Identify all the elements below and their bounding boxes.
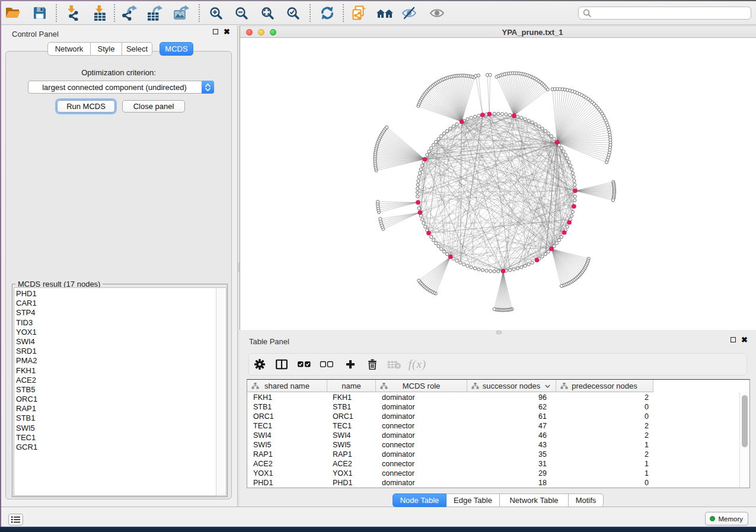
zoom-out-icon[interactable]	[235, 6, 248, 20]
close-icon[interactable]: ✖	[741, 337, 748, 342]
desktop-edge-bottom	[0, 527, 756, 532]
table-row[interactable]: TEC1TEC1connector472	[247, 421, 739, 431]
column-header-label: MCDS role	[376, 382, 467, 390]
show-all-icon[interactable]	[429, 7, 446, 20]
tab-edge-table[interactable]: Edge Table	[446, 493, 500, 507]
tab-node-table[interactable]: Node Table	[393, 493, 446, 507]
table-row[interactable]: PHD1PHD1dominator180	[247, 478, 739, 488]
table-scrollbar[interactable]	[739, 392, 749, 488]
table-cell: PHD1	[247, 478, 327, 488]
control-panel-selected-tab-group: MCDS	[160, 42, 193, 56]
table-row[interactable]: SWI4SWI4dominator462	[247, 431, 739, 440]
table-cell: 0	[556, 478, 653, 488]
apply-layout-icon[interactable]	[320, 6, 334, 20]
memory-label: Memory	[718, 515, 743, 523]
memory-button[interactable]: Memory	[705, 512, 748, 525]
close-icon[interactable]: ✖	[224, 29, 230, 34]
table-cell: connector	[376, 421, 467, 431]
mcds-result-item[interactable]: TID3	[16, 318, 216, 328]
table-settings-gear-icon[interactable]	[254, 359, 265, 370]
table-row[interactable]: RAP1RAP1dominator352	[247, 450, 739, 459]
column-header-name[interactable]: name	[327, 380, 376, 392]
delete-column-icon[interactable]	[368, 359, 377, 370]
tab-network-table[interactable]: Network Table	[500, 493, 569, 507]
column-header-predecessor-nodes[interactable]: predecessor nodes	[556, 380, 653, 392]
table-row[interactable]: ACE2ACE2connector311	[247, 459, 739, 469]
table-row[interactable]: SWI5SWI5connector431	[247, 440, 739, 450]
table-cell: SWI4	[327, 431, 376, 440]
hide-selected-icon[interactable]	[401, 7, 418, 20]
first-neighbors-icon[interactable]	[376, 7, 394, 20]
close-panel-button[interactable]: Close panel	[122, 100, 185, 113]
minimize-traffic-light[interactable]	[258, 29, 264, 36]
mcds-result-item[interactable]: PMA2	[16, 356, 216, 366]
mcds-result-item[interactable]: SRD1	[16, 347, 216, 356]
select-stepper-icon	[202, 81, 214, 94]
table-panel-title: Table Panel	[249, 337, 289, 346]
mcds-result-item[interactable]: GCR1	[16, 443, 216, 452]
network-graph[interactable]	[240, 38, 756, 330]
export-image-icon[interactable]	[174, 5, 190, 21]
horizontal-splitter-handle[interactable]	[496, 331, 502, 334]
mcds-result-item[interactable]: SWI4	[16, 337, 216, 347]
delete-table-icon	[388, 360, 401, 369]
mcds-result-item[interactable]: YOX1	[16, 328, 216, 337]
mcds-result-item[interactable]: TEC1	[16, 433, 216, 443]
table-cell: SWI4	[247, 431, 327, 440]
run-mcds-button[interactable]: Run MCDS	[57, 100, 115, 113]
column-header-successor-nodes[interactable]: successor nodes	[467, 380, 556, 392]
open-file-icon[interactable]	[5, 6, 21, 20]
tab-motifs[interactable]: Motifs	[569, 493, 604, 507]
float-icon[interactable]	[731, 337, 736, 342]
mcds-list-scrollbar[interactable]	[216, 288, 226, 495]
search-input[interactable]	[592, 8, 751, 18]
tab-network[interactable]: Network	[47, 42, 91, 56]
table-scrollbar-thumb[interactable]	[742, 395, 748, 447]
table-cell: 1	[556, 440, 653, 450]
zoom-fit-icon[interactable]	[261, 6, 275, 20]
export-network-icon[interactable]	[122, 5, 138, 21]
zoom-in-icon[interactable]	[209, 6, 223, 20]
table-row[interactable]: FKH1FKH1dominator962	[247, 393, 739, 402]
add-column-icon[interactable]	[346, 360, 356, 370]
optimization-criterion-select[interactable]: largest connected component (undirected)	[28, 81, 214, 94]
tab-select[interactable]: Select	[122, 42, 152, 56]
import-table-icon[interactable]	[91, 5, 107, 21]
table-cell: 35	[467, 450, 556, 459]
mcds-result-item[interactable]: SWI5	[16, 424, 216, 433]
table-cell: FKH1	[327, 393, 376, 402]
column-header-shared-name[interactable]: shared name	[247, 380, 327, 392]
table-row[interactable]: STB1STB1dominator620	[247, 402, 739, 412]
select-all-checkboxes-icon[interactable]	[298, 360, 311, 370]
column-header-MCDS-role[interactable]: MCDS role	[376, 380, 467, 392]
horizontal-splitter[interactable]	[240, 330, 756, 335]
mcds-result-item[interactable]: STP4	[16, 308, 216, 318]
search-box[interactable]	[578, 7, 751, 20]
zoom-traffic-light[interactable]	[270, 29, 276, 36]
deselect-all-checkboxes-icon[interactable]	[320, 360, 334, 370]
mcds-result-list[interactable]: PHD1CAR1STP4TID3YOX1SWI4SRD1PMA2FKH1ACE2…	[14, 287, 227, 496]
export-table-icon[interactable]	[147, 5, 164, 21]
mcds-result-item[interactable]: STB1	[16, 414, 216, 423]
mcds-result-item[interactable]: PHD1	[16, 289, 216, 299]
tab-style[interactable]: Style	[91, 42, 122, 56]
show-columns-icon[interactable]	[276, 360, 288, 370]
save-session-icon[interactable]	[33, 6, 47, 20]
table-row[interactable]: ORC1ORC1dominator610	[247, 412, 739, 421]
mcds-result-item[interactable]: STB5	[16, 385, 216, 395]
close-traffic-light[interactable]	[246, 29, 253, 36]
mcds-result-item[interactable]: ORC1	[16, 395, 216, 404]
table-cell: RAP1	[247, 450, 327, 459]
import-network-icon[interactable]	[63, 5, 79, 21]
mcds-result-item[interactable]: ACE2	[16, 376, 216, 385]
mcds-result-item[interactable]: CAR1	[16, 299, 216, 308]
table-row[interactable]: YOX1YOX1connector291	[247, 469, 739, 478]
task-history-button[interactable]	[8, 514, 23, 525]
zoom-selected-icon[interactable]	[286, 6, 300, 20]
mcds-result-item[interactable]: RAP1	[16, 404, 216, 414]
mcds-result-item[interactable]: FKH1	[16, 366, 216, 376]
network-window-titlebar[interactable]: YPA_prune.txt_1	[240, 25, 756, 38]
tab-mcds[interactable]: MCDS	[160, 42, 193, 56]
float-icon[interactable]	[213, 29, 218, 34]
new-network-from-selection-icon[interactable]	[351, 5, 366, 21]
